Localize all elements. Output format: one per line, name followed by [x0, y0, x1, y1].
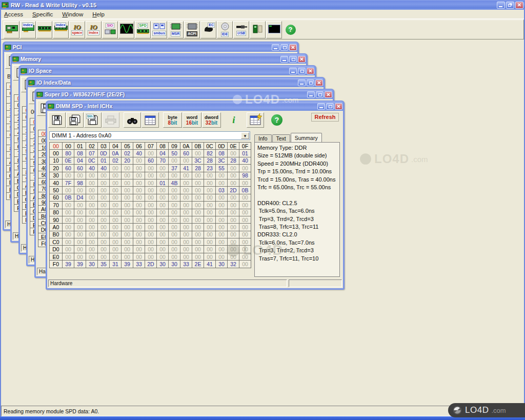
hex-cell[interactable]: 00 — [133, 238, 145, 246]
hex-cell[interactable]: 00 — [122, 179, 133, 186]
hex-cell[interactable]: 00 — [239, 216, 251, 223]
hex-cell[interactable]: 00 — [145, 253, 157, 260]
hex-cell[interactable]: 00 — [192, 187, 204, 194]
maximize-button[interactable] — [280, 44, 288, 51]
close-button[interactable] — [289, 44, 297, 51]
hex-cell[interactable]: 00 — [98, 202, 110, 209]
hex-cell[interactable]: 00 — [216, 202, 228, 209]
hex-cell[interactable]: 00 — [169, 253, 180, 260]
hex-cell[interactable]: 00 — [98, 224, 110, 231]
hex-cell[interactable]: 7F — [63, 179, 74, 186]
hex-cell[interactable]: 00 — [216, 216, 228, 223]
menu-access[interactable]: Access — [4, 11, 23, 17]
hex-cell[interactable]: 00 — [228, 238, 239, 246]
hex-cell[interactable]: 00 — [63, 216, 74, 223]
hex-cell[interactable]: 00 — [180, 224, 192, 231]
hex-cell[interactable]: 00 — [228, 253, 239, 260]
hex-cell[interactable]: 00 — [122, 209, 133, 216]
hex-cell[interactable]: 00 — [133, 246, 145, 253]
hex-cell[interactable]: 00 — [192, 179, 204, 186]
hex-cell[interactable]: 00 — [63, 202, 74, 209]
write-table-button[interactable] — [247, 112, 264, 128]
hex-cell[interactable]: 0D — [98, 150, 110, 157]
window-titlebar[interactable]: Memory — [12, 54, 306, 64]
window-titlebar[interactable]: IO Space — [20, 66, 315, 75]
hex-cell[interactable]: 00 — [74, 216, 86, 223]
close-button[interactable] — [335, 103, 342, 110]
hex-cell[interactable]: 00 — [169, 216, 180, 223]
hex-cell[interactable]: 00 — [98, 238, 110, 246]
hex-cell[interactable]: 00 — [63, 238, 74, 246]
app-titlebar[interactable]: RW - Read & Write Utility - v0.15 — [0, 0, 525, 10]
help-button[interactable]: ? — [268, 112, 286, 128]
hex-cell[interactable]: 00 — [228, 150, 239, 157]
hex-cell[interactable]: 00 — [145, 194, 157, 201]
hex-cell[interactable]: 00 — [180, 238, 192, 246]
hex-cell[interactable]: 00 — [204, 179, 216, 186]
hex-cell[interactable]: 00 — [74, 238, 86, 246]
hex-cell[interactable]: 60 — [180, 150, 192, 157]
hex-cell[interactable]: 00 — [133, 216, 145, 223]
dropdown-arrow-icon[interactable] — [241, 132, 249, 139]
hex-cell[interactable]: 00 — [204, 216, 216, 223]
hex-cell[interactable]: 23 — [204, 165, 216, 172]
word-16bit-button[interactable]: word 16bit — [183, 112, 201, 128]
hex-cell[interactable]: 00 — [239, 253, 251, 260]
spd-button[interactable]: SPD — [135, 21, 151, 38]
hex-cell[interactable]: 00 — [74, 231, 86, 238]
hex-cell[interactable]: 00 — [216, 253, 228, 260]
hex-cell[interactable]: 00 — [86, 194, 98, 201]
hex-cell[interactable]: 00 — [239, 209, 251, 216]
acpi-button[interactable]: ACPI — [184, 21, 200, 38]
hex-cell[interactable]: 30 — [86, 261, 98, 268]
hex-cell[interactable]: 00 — [86, 209, 98, 216]
hex-cell[interactable]: 98 — [74, 179, 86, 186]
super-io-button[interactable]: SIO — [102, 21, 118, 38]
hex-cell[interactable]: 40 — [86, 165, 98, 172]
hex-cell[interactable]: 00 — [239, 238, 251, 246]
hex-cell[interactable]: 00 — [86, 224, 98, 231]
hex-cell[interactable]: 0B — [63, 194, 74, 201]
hex-cell[interactable]: 00 — [180, 253, 192, 260]
hex-cell[interactable]: 00 — [204, 209, 216, 216]
hex-cell[interactable]: 00 — [98, 231, 110, 238]
hex-cell[interactable]: 00 — [169, 209, 180, 216]
help-button[interactable]: ? — [282, 21, 298, 38]
hex-cell[interactable]: 00 — [216, 238, 228, 246]
close-button[interactable] — [515, 2, 523, 9]
hex-cell[interactable]: 40 — [239, 157, 251, 164]
hex-cell[interactable]: 2D — [145, 261, 157, 268]
hex-cell[interactable]: 00 — [86, 187, 98, 194]
maximize-button[interactable] — [307, 79, 314, 86]
hex-cell[interactable]: 00 — [86, 179, 98, 186]
hex-cell[interactable]: 00 — [180, 194, 192, 201]
minimize-button[interactable] — [280, 56, 288, 63]
hex-cell[interactable]: 00 — [133, 224, 145, 231]
hex-cell[interactable]: 33 — [133, 261, 145, 268]
hex-cell[interactable]: 08 — [216, 150, 228, 157]
dimm-selector[interactable]: DIMM 1 - Address 0xA0 — [49, 131, 250, 140]
hex-cell[interactable]: 2E — [192, 261, 204, 268]
close-button[interactable] — [298, 56, 306, 63]
minimize-button[interactable] — [272, 44, 279, 51]
hex-cell[interactable]: 00 — [133, 157, 145, 164]
minimize-button[interactable] — [289, 68, 297, 74]
hex-cell[interactable]: 00 — [86, 172, 98, 179]
hex-cell[interactable]: 00 — [169, 224, 180, 231]
hex-cell[interactable]: 00 — [110, 194, 122, 201]
hex-cell[interactable]: 00 — [122, 202, 133, 209]
hex-cell[interactable]: 00 — [216, 172, 228, 179]
hex-cell[interactable]: 00 — [74, 253, 86, 260]
hex-cell[interactable]: 00 — [98, 216, 110, 223]
hex-cell[interactable]: 00 — [145, 150, 157, 157]
hex-cell[interactable]: 37 — [169, 165, 180, 172]
window-titlebar[interactable]: Super I/O - W83627HF/F (2E/2F) — [36, 90, 333, 99]
minimize-button[interactable] — [307, 91, 315, 98]
window-titlebar[interactable]: IO Index/Data — [28, 78, 324, 87]
atx-button[interactable] — [250, 21, 266, 38]
hex-cell[interactable]: 70 — [157, 157, 169, 164]
hex-cell[interactable]: 80 — [63, 150, 74, 157]
hex-cell[interactable]: 00 — [133, 165, 145, 172]
hex-cell[interactable]: 00 — [63, 187, 74, 194]
hex-cell[interactable]: 00 — [122, 238, 133, 246]
